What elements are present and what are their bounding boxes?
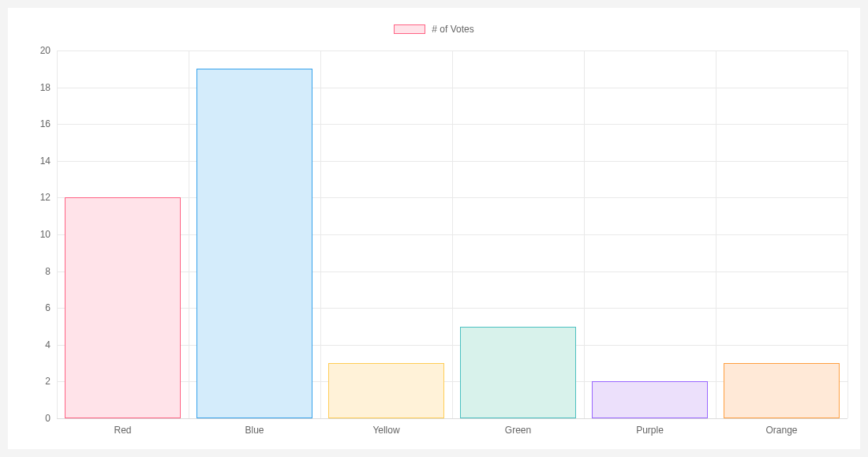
y-tick-label: 20 <box>11 45 51 56</box>
x-tick-label: Blue <box>245 425 264 436</box>
grid-line-v <box>452 51 453 418</box>
bar-green[interactable] <box>460 327 576 419</box>
y-tick-label: 2 <box>11 376 51 387</box>
y-tick-label: 12 <box>11 192 51 203</box>
y-tick-label: 14 <box>11 155 51 167</box>
y-tick-label: 10 <box>11 229 51 240</box>
legend-label: # of Votes <box>432 24 473 35</box>
legend-swatch <box>394 24 425 34</box>
grid-line-v <box>189 51 189 418</box>
chart-frame: # of Votes 02468101214161820RedBlueYello… <box>8 8 860 449</box>
bar-orange[interactable] <box>724 363 840 418</box>
x-tick-label: Green <box>505 425 531 436</box>
y-tick-label: 4 <box>11 339 51 350</box>
grid-line-v <box>320 51 321 418</box>
bar-yellow[interactable] <box>328 363 444 418</box>
grid-line-v <box>584 51 585 418</box>
bar-red[interactable] <box>65 197 181 418</box>
bar-purple[interactable] <box>592 381 708 418</box>
grid-line-v <box>716 51 716 418</box>
x-tick-label: Yellow <box>372 425 399 436</box>
bar-blue[interactable] <box>196 69 312 418</box>
x-tick-label: Red <box>114 425 131 436</box>
chart-legend[interactable]: # of Votes <box>8 24 860 35</box>
y-tick-label: 8 <box>11 266 51 277</box>
y-tick-label: 0 <box>11 413 51 424</box>
chart-plot-area: 02468101214161820RedBlueYellowGreenPurpl… <box>57 51 847 418</box>
y-tick-label: 6 <box>11 302 51 313</box>
grid-line-v <box>57 51 58 418</box>
x-axis-line <box>57 418 847 419</box>
grid-line-v <box>847 51 848 418</box>
x-tick-label: Purple <box>636 425 664 436</box>
y-tick-label: 16 <box>11 118 51 129</box>
x-tick-label: Orange <box>765 425 797 436</box>
y-tick-label: 18 <box>11 82 51 93</box>
